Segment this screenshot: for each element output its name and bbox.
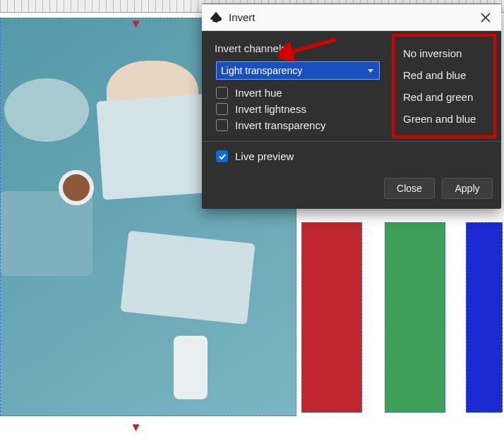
close-button[interactable] [476,8,496,28]
divider [202,141,501,142]
live-preview-label: Live preview [235,150,294,162]
live-preview-row[interactable]: Live preview [216,150,490,162]
inkscape-icon [209,11,223,25]
option-red-and-blue[interactable]: Red and blue [395,64,493,86]
guide-marker-top: ▾ [133,16,139,31]
option-green-and-blue[interactable]: Green and blue [395,108,493,130]
dialog-title: Invert [229,11,476,23]
photo-region [174,336,208,399]
chevron-down-icon [366,66,375,77]
close-icon [481,13,491,23]
apply-button[interactable]: Apply [442,178,493,199]
rect-red[interactable] [301,222,362,413]
checkbox-unchecked-icon[interactable] [216,103,228,115]
dialog-titlebar[interactable]: Invert [202,4,501,31]
checkbox-unchecked-icon[interactable] [216,87,228,99]
invert-transparency-label: Invert transparency [235,119,325,131]
photo-region [59,170,94,205]
rect-green[interactable] [385,222,445,413]
invert-lightness-label: Invert lightness [235,103,306,115]
rect-blue[interactable] [466,222,503,413]
invert-hue-label: Invert hue [235,87,282,99]
option-no-inversion[interactable]: No inversion [395,42,493,64]
close-button-footer[interactable]: Close [384,178,435,199]
checkbox-unchecked-icon[interactable] [216,119,228,131]
invert-channels-select[interactable]: Light transparency [216,61,380,80]
select-value: Light transparency [221,65,302,76]
photo-region [120,231,255,324]
checkbox-checked-icon[interactable] [216,150,228,162]
option-red-and-green[interactable]: Red and green [395,86,493,108]
photo-region [4,78,89,142]
options-callout: No inversion Red and blue Red and green … [392,34,496,138]
guide-marker-bottom: ▾ [133,419,139,435]
